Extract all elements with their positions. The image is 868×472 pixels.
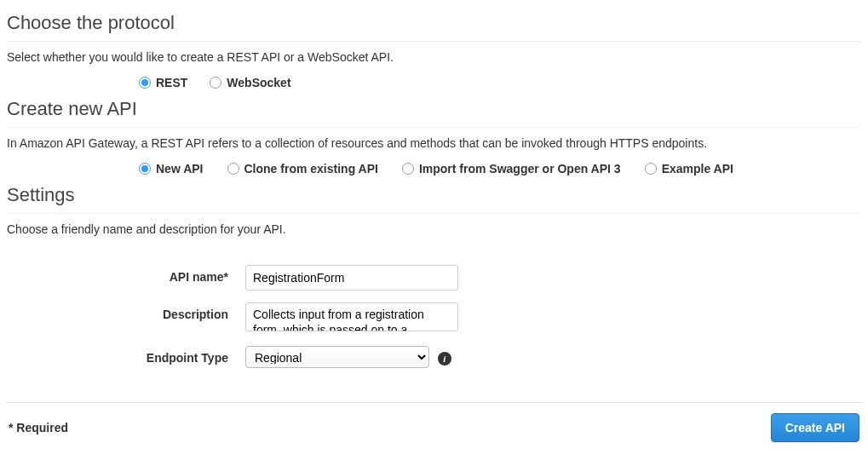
radio-label: Clone from existing API	[244, 162, 378, 176]
protocol-option-websocket[interactable]: WebSocket	[210, 76, 290, 89]
protocol-options: REST WebSocket	[139, 76, 861, 89]
description-textarea[interactable]: Collects input from a registration form,…	[245, 302, 458, 331]
radio-icon	[210, 77, 221, 89]
endpoint-type-label: Endpoint Type	[7, 346, 245, 365]
create-option-new[interactable]: New API	[139, 162, 204, 176]
radio-label: REST	[156, 76, 187, 89]
description-label: Description	[7, 302, 245, 321]
radio-label: Example API	[662, 162, 733, 176]
required-label: * Required	[9, 421, 68, 435]
protocol-description: Select whether you would like to create …	[7, 50, 861, 64]
radio-icon	[139, 163, 151, 175]
create-description: In Amazon API Gateway, a REST API refers…	[7, 136, 861, 150]
api-name-input[interactable]	[245, 265, 458, 291]
radio-label: Import from Swagger or Open API 3	[419, 162, 621, 176]
endpoint-type-select[interactable]: Regional	[245, 346, 429, 368]
create-option-clone[interactable]: Clone from existing API	[227, 162, 378, 176]
create-options: New API Clone from existing API Import f…	[139, 162, 861, 176]
api-name-label: API name*	[7, 265, 245, 284]
radio-icon	[645, 163, 657, 175]
info-icon[interactable]: i	[438, 352, 451, 366]
api-name-row: API name*	[7, 265, 861, 291]
description-row: Description Collects input from a regist…	[7, 302, 861, 334]
radio-label: New API	[156, 162, 204, 176]
create-api-button[interactable]: Create API	[771, 413, 859, 442]
radio-icon	[402, 163, 414, 175]
create-option-import[interactable]: Import from Swagger or Open API 3	[402, 162, 621, 176]
create-option-example[interactable]: Example API	[645, 162, 733, 176]
protocol-heading: Choose the protocol	[7, 12, 861, 42]
settings-heading: Settings	[7, 184, 861, 214]
radio-label: WebSocket	[227, 76, 290, 89]
endpoint-type-row: Endpoint Type Regional i	[7, 346, 861, 368]
footer-divider	[7, 402, 861, 403]
radio-icon	[227, 163, 239, 175]
settings-description: Choose a friendly name and description f…	[7, 222, 861, 236]
radio-icon	[139, 77, 151, 89]
protocol-option-rest[interactable]: REST	[139, 76, 187, 89]
footer: * Required Create API	[7, 413, 861, 442]
create-heading: Create new API	[7, 98, 861, 128]
